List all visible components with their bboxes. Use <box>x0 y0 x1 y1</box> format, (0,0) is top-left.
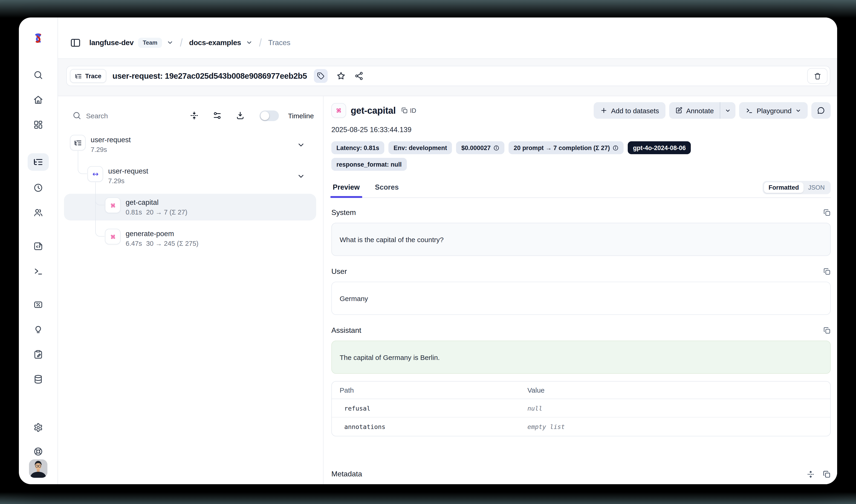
section-title: Assistant <box>331 326 361 335</box>
collapse-all-icon[interactable] <box>190 111 199 120</box>
tree-row-generation[interactable]: generate-poem 6.47s30 → 245 (Σ 275) <box>64 225 316 252</box>
sidebar-item-insights[interactable] <box>33 324 43 335</box>
sidebar-item-dashboards[interactable] <box>33 120 43 130</box>
view-toggle-formatted[interactable]: Formatted <box>764 182 804 193</box>
langfuse-logo[interactable] <box>31 17 46 59</box>
id-label: ID <box>410 107 416 114</box>
sidebar-item-settings[interactable] <box>33 422 43 433</box>
user-avatar[interactable] <box>29 460 48 478</box>
sidebar-item-datasets[interactable] <box>33 374 43 384</box>
table-cell-value: null <box>528 404 830 412</box>
observation-badges: Latency: 0.81s Env: development $0.00002… <box>331 141 746 171</box>
breadcrumb: langfuse-dev Team / docs-examples / Trac… <box>89 37 290 48</box>
copy-id-button[interactable]: ID <box>401 107 416 114</box>
sidebar-item-tracing[interactable] <box>28 153 49 171</box>
breadcrumb-separator: / <box>257 36 264 49</box>
tag-icon[interactable] <box>314 69 328 83</box>
sidebar-item-home[interactable] <box>33 95 43 105</box>
sidebar-item-playground[interactable] <box>33 266 43 276</box>
delete-trace-button[interactable] <box>807 68 827 84</box>
chevron-down-icon[interactable] <box>297 172 305 180</box>
copy-icon[interactable] <box>823 470 831 478</box>
comments-button[interactable] <box>812 102 831 119</box>
message-content: What is the capital of the country? <box>331 223 831 256</box>
add-to-datasets-button[interactable]: Add to datasets <box>594 102 666 119</box>
download-icon[interactable] <box>236 111 245 120</box>
sidebar-item-evaluations[interactable] <box>33 300 43 310</box>
share-icon[interactable] <box>354 71 363 80</box>
section-title: System <box>331 209 356 217</box>
view-toggle-json[interactable]: JSON <box>804 182 829 193</box>
chevron-down-icon[interactable] <box>297 141 305 149</box>
breadcrumb-environment[interactable]: docs-examples <box>189 38 241 47</box>
search-input[interactable] <box>86 112 176 120</box>
timeline-toggle[interactable] <box>260 110 279 121</box>
trace-icon <box>70 135 86 150</box>
breadcrumb-page[interactable]: Traces <box>268 38 290 47</box>
app-header: langfuse-dev Team / docs-examples / Trac… <box>58 17 837 59</box>
copy-icon[interactable] <box>823 327 831 334</box>
tree-row-generation-selected[interactable]: get-capital 0.81s20 → 7 (Σ 27) <box>64 194 316 220</box>
observation-timestamp: 2025-08-25 16:33:44.139 <box>331 126 831 134</box>
tree-row-tokens: 30 → 245 (Σ 275) <box>146 239 199 248</box>
column-header-path: Path <box>332 386 528 394</box>
breadcrumb-separator: / <box>178 36 184 49</box>
tree-row-trace[interactable]: user-request 7.29s <box>64 131 316 158</box>
chevron-down-icon <box>795 107 801 113</box>
sidebar-item-users[interactable] <box>33 208 43 218</box>
message-content: Germany <box>331 282 831 315</box>
tree-row-duration: 7.29s <box>108 176 124 185</box>
expand-vertical-icon[interactable] <box>807 470 815 478</box>
sidebar-item-sessions[interactable] <box>33 183 43 193</box>
section-title: User <box>331 267 347 276</box>
message-section-system: System What is the capital of the countr… <box>331 209 831 256</box>
playground-button[interactable]: Playground <box>739 102 808 119</box>
message-section-user: User Germany <box>331 267 831 315</box>
chevron-down-icon[interactable] <box>166 39 174 46</box>
desktop-background: langfuse-dev Team / docs-examples / Trac… <box>0 0 856 504</box>
env-badge: Env: development <box>388 141 452 154</box>
tree-row-span[interactable]: user-request 7.29s <box>64 162 316 189</box>
output-table-header: Path Value <box>332 382 830 399</box>
model-badge[interactable]: gpt-4o-2024-08-06 <box>628 141 691 154</box>
page-content: Trace user-request: 19e27ac025d543b008e9… <box>58 59 837 484</box>
plus-icon <box>600 107 607 114</box>
star-icon[interactable] <box>336 71 345 80</box>
project-type-badge: Team <box>138 37 162 48</box>
tree-row-duration: 7.29s <box>91 145 107 154</box>
tree-row-tokens: 20 → 7 (Σ 27) <box>146 208 187 217</box>
tree-settings-icon[interactable] <box>213 111 222 120</box>
tab-scores[interactable]: Scores <box>373 183 400 197</box>
annotate-dropdown-chevron[interactable] <box>720 102 735 119</box>
tab-preview[interactable]: Preview <box>331 183 361 197</box>
tree-toolbar: Timeline <box>58 106 323 125</box>
generation-icon <box>331 103 346 118</box>
detail-body: System What is the capital of the countr… <box>331 198 831 484</box>
trace-type-badge: Trace <box>70 69 107 83</box>
tree-row-duration: 0.81s <box>126 208 142 217</box>
sidebar-toggle-icon[interactable] <box>70 37 81 48</box>
tree-row-name: user-request <box>108 166 148 176</box>
table-row: refusal null <box>332 399 830 417</box>
detail-actions: Add to datasets Annotate <box>594 102 831 119</box>
tree-row-duration: 6.47s <box>126 239 142 248</box>
trace-title-bar: Trace user-request: 19e27ac025d543b008e9… <box>66 66 830 86</box>
token-usage-badge[interactable]: 20 prompt → 7 completion (Σ 27) <box>509 141 624 154</box>
generation-icon <box>105 229 121 245</box>
observation-tree: user-request 7.29s user-request 7 <box>58 131 323 256</box>
info-icon <box>613 145 619 151</box>
sidebar-item-support[interactable] <box>33 447 43 456</box>
metadata-title: Metadata <box>331 470 362 478</box>
breadcrumb-project[interactable]: langfuse-dev <box>89 38 134 47</box>
sidebar-item-annotations[interactable] <box>33 349 43 359</box>
response-format-badge: response_format: null <box>331 158 407 171</box>
chevron-down-icon[interactable] <box>246 39 253 46</box>
sidebar-item-prompts[interactable] <box>33 241 43 251</box>
copy-icon[interactable] <box>823 209 831 216</box>
annotate-button[interactable]: Annotate <box>669 102 720 119</box>
sidebar-item-search[interactable] <box>33 70 43 80</box>
copy-icon[interactable] <box>823 268 831 275</box>
tree-row-name: user-request <box>91 135 131 145</box>
search-icon <box>72 111 82 120</box>
cost-badge[interactable]: $0.000027 <box>456 141 505 154</box>
